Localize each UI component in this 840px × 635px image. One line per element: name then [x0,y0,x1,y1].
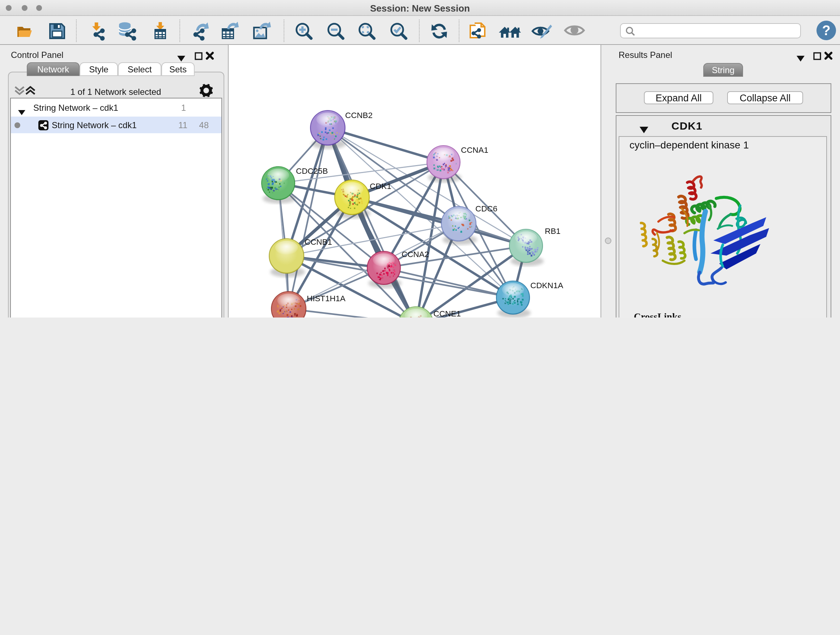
svg-text:HIST1H1A: HIST1H1A [307,294,346,303]
svg-text:CCNE1: CCNE1 [433,309,461,318]
svg-text:CDC25B: CDC25B [296,166,328,176]
svg-text:CDK1: CDK1 [370,182,392,191]
svg-text:CDC6: CDC6 [475,204,497,213]
svg-text:CDKN1A: CDKN1A [531,281,563,290]
svg-text:CCNA2: CCNA2 [401,250,429,259]
svg-text:CCNB2: CCNB2 [345,111,373,120]
svg-text:CCNA1: CCNA1 [461,146,488,155]
svg-text:CCNB1: CCNB1 [305,238,332,247]
svg-text:RB1: RB1 [545,226,561,236]
svg-text:?: ? [822,23,830,38]
